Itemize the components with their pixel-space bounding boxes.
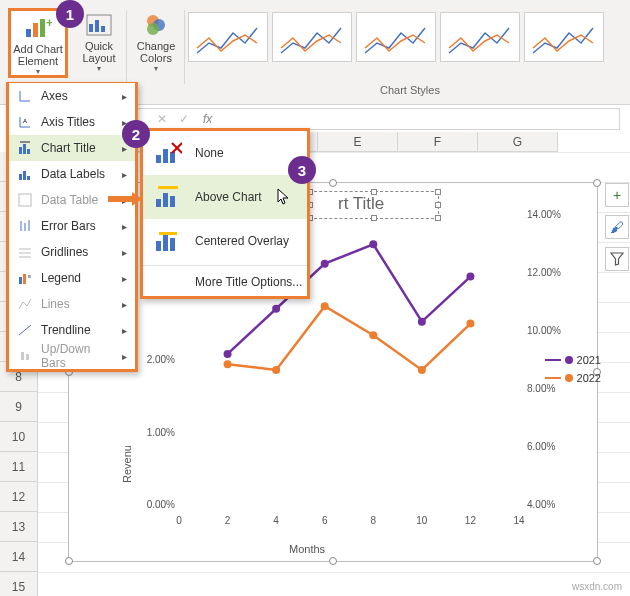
svg-point-17 [224,360,232,368]
funnel-icon [610,252,624,266]
svg-rect-7 [101,26,105,32]
svg-rect-51 [163,235,168,251]
svg-rect-42 [163,149,168,163]
chart-style-thumb[interactable] [188,12,268,62]
x-axis: 02468101214 [179,515,519,533]
data-labels-icon [17,166,33,182]
chart-style-thumb[interactable] [356,12,436,62]
step-badge-1: 1 [56,0,84,28]
dropdown-caret-icon: ▾ [130,64,182,73]
change-colors-button[interactable]: Change Colors ▾ [130,8,182,78]
svg-point-19 [321,302,329,310]
svg-rect-26 [27,149,30,154]
row-header[interactable]: 9 [0,392,38,422]
add-chart-element-label: Add Chart Element [11,43,65,67]
svg-point-13 [321,260,329,268]
submenu-item-above-chart[interactable]: Above Chart [143,175,307,219]
row-header[interactable]: 10 [0,422,38,452]
legend-item[interactable]: 2021 [545,351,601,369]
chart-title-submenu: None Above Chart Centered Overlay More T… [140,128,310,299]
menu-item-legend[interactable]: Legend▸ [9,265,135,291]
row-header[interactable]: 12 [0,482,38,512]
x-axis-label: Months [289,543,325,555]
change-colors-label: Change Colors [130,40,182,64]
row-header[interactable]: 14 [0,542,38,572]
svg-point-22 [466,320,474,328]
step-badge-2: 2 [122,120,150,148]
fx-label[interactable]: fx [195,112,220,126]
axis-titles-icon: A [17,114,33,130]
lines-icon [17,296,33,312]
trendline-icon [17,322,33,338]
svg-point-11 [224,350,232,358]
svg-rect-49 [170,196,175,207]
svg-rect-40 [26,354,29,360]
data-table-icon [17,192,33,208]
svg-point-20 [369,331,377,339]
chart-legend[interactable]: 2021 2022 [545,351,601,387]
chart-title-text: rt Title [338,194,384,214]
cancel-icon[interactable]: ✕ [151,112,173,126]
chart-filters-button[interactable] [605,247,629,271]
chart-style-thumb[interactable] [440,12,520,62]
col-header[interactable]: E [318,132,398,152]
row-header[interactable]: 13 [0,512,38,542]
svg-rect-41 [156,155,161,163]
centered-overlay-icon [153,227,183,255]
svg-rect-50 [156,241,161,251]
svg-point-10 [147,23,159,35]
chart-styles-gallery[interactable] [188,12,622,68]
menu-item-axes[interactable]: Axes▸ [9,83,135,109]
menu-item-axis-titles[interactable]: AAxis Titles▸ [9,109,135,135]
chart-style-thumb[interactable] [272,12,352,62]
menu-item-chart-title[interactable]: Chart Title▸ [9,135,135,161]
chart-styles-button[interactable]: 🖌 [605,215,629,239]
svg-point-21 [418,366,426,374]
svg-rect-28 [19,174,22,180]
chart-title[interactable]: rt Title [309,191,439,219]
svg-rect-6 [95,20,99,32]
svg-rect-46 [158,186,178,189]
col-header[interactable]: F [398,132,478,152]
svg-rect-53 [159,232,177,235]
chart-style-thumb[interactable] [524,12,604,62]
quick-layout-label: Quick Layout [74,40,124,64]
enter-icon[interactable]: ✓ [173,112,195,126]
svg-point-15 [418,318,426,326]
svg-rect-0 [26,29,31,37]
quick-layout-icon [83,12,115,38]
above-chart-icon [153,183,183,211]
menu-item-data-labels[interactable]: Data Labels▸ [9,161,135,187]
annotation-arrow-icon [108,192,142,206]
svg-rect-39 [21,352,24,360]
submenu-item-centered-overlay[interactable]: Centered Overlay [143,219,307,263]
svg-rect-25 [23,144,26,154]
row-header[interactable]: 11 [0,452,38,482]
step-badge-3: 3 [288,156,316,184]
svg-rect-35 [19,277,22,284]
submenu-item-more-options[interactable]: More Title Options... [143,268,307,296]
menu-item-gridlines[interactable]: Gridlines▸ [9,239,135,265]
submenu-item-none[interactable]: None [143,131,307,175]
legend-item[interactable]: 2022 [545,369,601,387]
menu-item-trendline[interactable]: Trendline▸ [9,317,135,343]
svg-point-16 [466,273,474,281]
svg-rect-37 [28,275,31,278]
row-header[interactable]: 15 [0,572,38,596]
svg-rect-36 [23,274,26,284]
cursor-icon [277,188,291,206]
col-header[interactable]: G [478,132,558,152]
gridlines-icon [17,244,33,260]
svg-rect-31 [19,194,31,206]
submenu-label: Centered Overlay [195,234,289,248]
chart-elements-button[interactable]: + [605,183,629,207]
axes-icon [17,88,33,104]
menu-item-lines: Lines▸ [9,291,135,317]
chart-side-buttons: + 🖌 [605,183,629,279]
svg-rect-30 [27,176,30,180]
submenu-label: Above Chart [195,190,262,204]
svg-text:A: A [23,118,27,124]
add-chart-element-menu: Axes▸ AAxis Titles▸ Chart Title▸ Data La… [6,82,138,372]
menu-item-error-bars[interactable]: Error Bars▸ [9,213,135,239]
chart-styles-label: Chart Styles [380,84,440,96]
